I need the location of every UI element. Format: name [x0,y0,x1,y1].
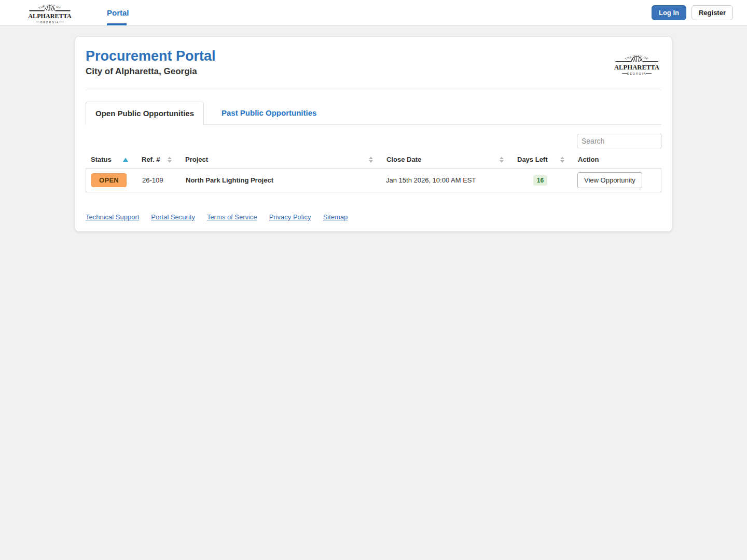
tab-open-public-opportunities[interactable]: Open Public Opportunities [86,102,204,125]
tab-past-public-opportunities[interactable]: Past Public Opportunities [212,102,326,124]
header-divider [86,90,661,90]
sort-both-icon [369,157,373,163]
sort-both-icon [168,157,172,163]
sort-both-icon [500,157,504,163]
alpharetta-logo-icon: THE CITY OF ALPHARETTA GEORGIA [25,1,75,25]
login-button[interactable]: Log In [652,5,686,20]
days-left-badge: 16 [533,175,547,186]
table-header-row: Status Ref. # Project Close Date Days Le… [86,152,661,168]
svg-text:GEORGIA: GEORGIA [40,21,59,23]
nav-active-underline [107,23,127,25]
column-header-project[interactable]: Project [180,156,381,163]
opportunities-table: Status Ref. # Project Close Date Days Le… [86,152,661,192]
footer-link-sitemap[interactable]: Sitemap [323,213,348,221]
sort-both-icon [560,157,564,163]
nav-link-portal[interactable]: Portal [107,8,129,17]
cell-status: OPEN [86,173,137,187]
column-label: Project [185,156,208,163]
column-label: Days Left [517,156,548,163]
page-title: Procurement Portal [86,48,216,64]
column-label: Ref. # [142,156,160,163]
svg-text:ALPHARETTA: ALPHARETTA [614,63,659,71]
card-header-text: Procurement Portal City of Alpharetta, G… [86,48,216,77]
cell-ref: 26-109 [137,176,181,184]
column-header-action: Action [573,156,661,163]
card-footer-links: Technical Support Portal Security Terms … [86,213,661,221]
view-opportunity-button[interactable]: View Opportunity [577,172,642,188]
page-subtitle: City of Alpharetta, Georgia [86,66,216,77]
column-label: Action [578,156,599,163]
search-row [86,134,661,148]
card-header: Procurement Portal City of Alpharetta, G… [86,48,661,79]
cell-close-date: Jan 15th 2026, 10:00 AM EST [381,176,511,184]
cell-project: North Park Lighting Project [181,176,381,184]
footer-link-terms-of-service[interactable]: Terms of Service [207,213,257,221]
cell-action: View Opportunity [572,172,661,188]
column-header-days-left[interactable]: Days Left [512,156,573,163]
alpharetta-card-logo-icon: THE CITY OF ALPHARETTA GEORGIA [612,48,661,79]
register-button[interactable]: Register [691,5,733,20]
column-header-status[interactable]: Status [86,156,136,163]
cell-days-left: 16 [511,175,572,186]
search-input[interactable] [577,134,661,148]
footer-link-privacy-policy[interactable]: Privacy Policy [269,213,311,221]
footer-link-technical-support[interactable]: Technical Support [86,213,139,221]
sort-asc-icon [123,158,128,162]
column-label: Close Date [386,156,421,163]
procurement-portal-card: Procurement Portal City of Alpharetta, G… [75,36,672,232]
nav-portal-wrap: Portal [107,0,129,25]
status-badge: OPEN [91,173,127,187]
footer-link-portal-security[interactable]: Portal Security [151,213,195,221]
svg-text:ALPHARETTA: ALPHARETTA [28,12,72,20]
tab-bar: Open Public Opportunities Past Public Op… [86,102,661,125]
column-header-ref[interactable]: Ref. # [136,156,180,163]
table-row: OPEN 26-109 North Park Lighting Project … [86,168,661,192]
column-label: Status [91,156,112,163]
svg-text:GEORGIA: GEORGIA [627,72,647,75]
alpharetta-logo[interactable]: THE CITY OF ALPHARETTA GEORGIA [25,1,75,25]
column-header-close-date[interactable]: Close Date [381,156,512,163]
top-navbar: THE CITY OF ALPHARETTA GEORGIA Portal [0,0,747,25]
